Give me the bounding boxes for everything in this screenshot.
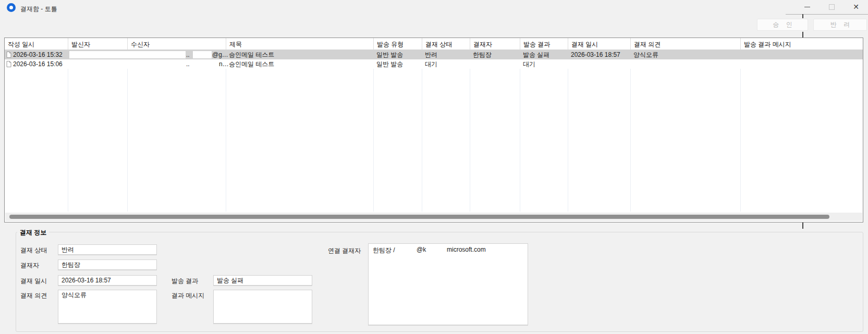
- cell-send-type: 일반 발송: [373, 59, 422, 69]
- splitter-tick-top: [802, 14, 803, 18]
- horizontal-scrollbar[interactable]: [5, 213, 862, 221]
- cell-created: 2026-03-16 15:06: [5, 59, 68, 69]
- cell-approval-date: 2026-03-16 18:57: [568, 50, 630, 59]
- reject-button[interactable]: 반 려: [813, 19, 867, 31]
- cell-approval-status: 반려: [422, 50, 470, 59]
- created-text: 2026-03-16 15:06: [13, 59, 63, 69]
- label-opinion: 결재 의견: [20, 291, 47, 300]
- cell-send-result: 발송 실패: [520, 50, 568, 59]
- field-opinion[interactable]: 양식오류: [58, 290, 157, 324]
- cell-approval-status: 대기: [422, 59, 470, 69]
- cell-opinion: [630, 59, 740, 69]
- cell-approver: [470, 59, 520, 69]
- approval-table: 작성 일시 발신자 수신자 제목 발송 유형 결재 상태 결재자 발송 결과 결…: [4, 38, 863, 222]
- column-header-sender[interactable]: 발신자: [68, 38, 127, 50]
- column-header-send-type[interactable]: 발송 유형: [373, 38, 422, 50]
- receiver-fragment: @g…: [212, 50, 228, 59]
- linked-approver-email-domain: microsoft.com: [447, 246, 486, 253]
- column-header-subject[interactable]: 제목: [226, 38, 373, 50]
- cell-result-message: [740, 59, 862, 69]
- redaction-box: [193, 51, 212, 58]
- cell-subject: 승인메일 테스트: [226, 50, 373, 59]
- app-window: 결재함 - 토틀 ✕ 승 인 반 려 작성 일시 발신자 수신자 제목 발송 유…: [0, 0, 868, 334]
- field-send-result[interactable]: 발송 실패: [213, 275, 312, 286]
- sender-fragment: ..: [186, 59, 190, 69]
- cell-approver: 한팀장: [470, 50, 520, 59]
- minimize-button[interactable]: [798, 0, 816, 14]
- panel-title: 결재 정보: [17, 228, 49, 237]
- document-icon: [6, 52, 11, 58]
- receiver-fragment: n…: [219, 59, 229, 69]
- column-header-result-message[interactable]: 발송 결과 메시지: [740, 38, 862, 50]
- cell-subject: 승인메일 테스트: [226, 59, 373, 69]
- label-approval-date: 결재 일시: [20, 277, 47, 286]
- splitter-tick-bottom: [802, 222, 803, 229]
- table-row[interactable]: 2026-03-16 15:32 승인메일 테스트 일반 발송 반려 한팀장 발…: [5, 50, 863, 59]
- label-approver: 결재자: [20, 261, 39, 270]
- cell-send-result: 대기: [520, 59, 568, 69]
- sender-fragment: ..: [186, 50, 190, 59]
- table-row[interactable]: 2026-03-16 15:06 승인메일 테스트 일반 발송 대기 대기 ..…: [5, 59, 863, 69]
- label-result-message: 결과 메시지: [172, 291, 204, 300]
- column-header-approval-status[interactable]: 결재 상태: [422, 38, 470, 50]
- cell-created: 2026-03-16 15:32: [5, 50, 68, 59]
- panel-divider-line: [786, 14, 868, 15]
- close-icon: ✕: [853, 3, 859, 10]
- column-header-receiver[interactable]: 수신자: [127, 38, 226, 50]
- field-linked-approver[interactable]: 한팀장 / @k microsoft.com: [368, 243, 528, 325]
- label-send-result: 발송 결과: [172, 277, 198, 286]
- created-text: 2026-03-16 15:32: [13, 50, 63, 59]
- field-approval-date[interactable]: 2026-03-16 18:57: [58, 275, 157, 286]
- linked-approver-email-at: @k: [417, 246, 426, 253]
- maximize-icon: [829, 4, 835, 10]
- column-header-created[interactable]: 작성 일시: [5, 38, 68, 50]
- column-header-approval-date[interactable]: 결재 일시: [568, 38, 630, 50]
- title-bar: 결재함 - 토틀 ✕: [0, 0, 868, 17]
- redaction-box: [69, 51, 186, 58]
- label-linked-approver: 연결 결재자: [328, 246, 361, 255]
- field-approval-status[interactable]: 반려: [58, 244, 157, 255]
- splitter-tick-middle: [802, 32, 803, 38]
- cell-approval-date: [568, 59, 630, 69]
- cell-opinion: 양식오류: [630, 50, 740, 59]
- field-approver[interactable]: 한팀장: [58, 259, 157, 270]
- approval-info-panel: 결재 정보 결재 상태 반려 결재자 한팀장 결재 일시 2026-03-16 …: [16, 232, 863, 332]
- window-title: 결재함 - 토틀: [20, 5, 57, 14]
- table-header: 작성 일시 발신자 수신자 제목 발송 유형 결재 상태 결재자 발송 결과 결…: [5, 38, 863, 50]
- cell-sender-receiver: [68, 59, 226, 69]
- cell-send-type: 일반 발송: [373, 50, 422, 59]
- app-logo-icon: [7, 3, 16, 12]
- minimize-icon: [804, 7, 810, 7]
- column-header-approver[interactable]: 결재자: [470, 38, 520, 50]
- table-body-empty: [5, 69, 863, 222]
- approve-button[interactable]: 승 인: [757, 19, 808, 31]
- field-result-message[interactable]: [213, 290, 312, 324]
- linked-approver-name: 한팀장 /: [373, 246, 395, 255]
- close-button[interactable]: ✕: [847, 0, 865, 14]
- column-header-opinion[interactable]: 결재 의견: [630, 38, 740, 50]
- maximize-button[interactable]: [823, 0, 840, 14]
- scrollbar-thumb[interactable]: [9, 215, 829, 219]
- label-approval-status: 결재 상태: [20, 246, 47, 255]
- cell-result-message: [740, 50, 862, 59]
- document-icon: [6, 61, 11, 67]
- column-header-send-result[interactable]: 발송 결과: [520, 38, 568, 50]
